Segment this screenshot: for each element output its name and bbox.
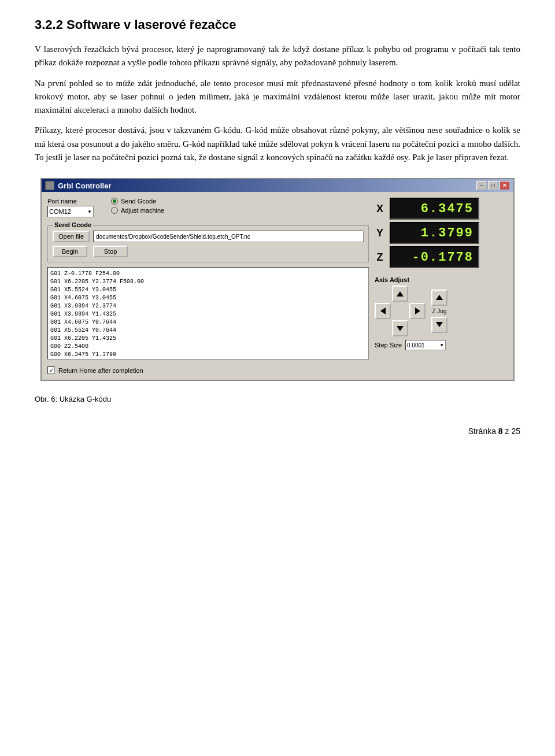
coord-z-display: -0.1778 [390, 246, 479, 268]
axis-adjust-area: Z Jog [375, 286, 508, 336]
gcode-line: G01 X6.2205 Y1.4325 [50, 335, 366, 343]
paragraph-3: Příkazy, které procesor dostává, jsou v … [35, 124, 520, 164]
radio-send-icon [111, 198, 118, 205]
arrow-left-icon [380, 307, 386, 314]
coord-x-value: 6.3475 [421, 202, 473, 216]
jog-pad [375, 286, 426, 336]
filepath-text: documentos/Dropbox/GcodeSender/Shield.to… [96, 234, 250, 240]
gcode-line: G01 X5.5524 Y3.0455 [50, 286, 366, 294]
coord-y-label: Y [375, 227, 385, 239]
gcode-line: G01 X5.5524 Y0.7644 [50, 327, 366, 335]
coord-z-label: Z [375, 251, 385, 264]
coord-y-row: Y 1.3799 [375, 222, 508, 244]
return-home-label: Return Home after completion [58, 367, 143, 374]
arrow-down-icon [397, 326, 404, 331]
jog-up-button[interactable] [392, 286, 408, 302]
paragraph-2: Na první pohled se to může zdát jednoduc… [35, 77, 520, 117]
radio-send-gcode[interactable]: Send Gcode [111, 198, 164, 205]
groupbox-label: Send Gcode [53, 221, 93, 228]
radio-adjust-icon [111, 207, 118, 214]
port-value: COM12 [49, 208, 71, 215]
begin-button[interactable]: Begin [53, 246, 87, 257]
radio-adjust-label: Adjust machine [121, 207, 164, 214]
jog-empty-tr [409, 286, 426, 302]
figure-caption: Obr. 6: Ukázka G-kódu [35, 395, 520, 403]
zjog-col: Z Jog [431, 290, 447, 333]
step-size-input[interactable]: 0.0001 ▼ [405, 340, 446, 350]
gcode-line: G01 X6.2205 Y2.3774 F508.00 [50, 278, 366, 286]
arrow-up-icon [397, 291, 404, 297]
arrow-right-icon [415, 307, 420, 314]
axis-adjust-label: Axis Adjust [375, 276, 508, 283]
coord-y-display: 1.3799 [390, 222, 479, 244]
gcode-line: G01 X3.9394 Y1.4325 [50, 310, 366, 318]
radio-adjust-machine[interactable]: Adjust machine [111, 207, 164, 214]
gcode-output: G01 Z-0.1778 F254.00 G01 X6.2205 Y2.3774… [47, 267, 369, 360]
coord-z-row: Z -0.1778 [375, 246, 508, 268]
jog-left-button[interactable] [375, 303, 391, 319]
port-select[interactable]: COM12 ▼ [47, 206, 94, 217]
open-file-button[interactable]: Open file [53, 231, 90, 242]
page-footer: Stránka 8 z 25 [35, 427, 520, 436]
stop-button[interactable]: Stop [93, 246, 128, 257]
section-heading: 3.2.2 Software v laserové řezačce [35, 17, 520, 32]
radio-send-label: Send Gcode [121, 198, 156, 205]
jog-empty-br [409, 320, 426, 336]
step-size-value: 0.0001 [407, 342, 425, 349]
gcode-line: G00 Z2.5400 [50, 343, 366, 351]
jog-empty-tl [375, 286, 391, 302]
port-label: Port name [47, 198, 94, 205]
grbl-titlebar: Grbl Controller ─ □ ✕ [42, 179, 513, 192]
gcode-line: G01 Z-0.1778 F254.00 [50, 359, 366, 360]
return-home-checkbox[interactable]: ✓ [47, 366, 55, 374]
coord-x-display: 6.3475 [390, 198, 479, 220]
minimize-button[interactable]: ─ [476, 181, 487, 190]
coord-x-label: X [375, 203, 385, 215]
coord-y-value: 1.3799 [421, 226, 473, 240]
jog-down-button[interactable] [392, 320, 408, 336]
gcode-line: G01 X4.6075 Y3.0455 [50, 294, 366, 302]
paragraph-1: V laserových řezačkách bývá procesor, kt… [35, 43, 520, 70]
gcode-line: G00 X6.3475 Y1.3799 [50, 351, 366, 359]
grbl-window-icon [45, 181, 54, 190]
return-home-row[interactable]: ✓ Return Home after completion [47, 366, 369, 374]
grbl-controller-window: Grbl Controller ─ □ ✕ Port name COM12 [40, 178, 515, 381]
zjog-down-icon [436, 322, 443, 327]
zjog-up-button[interactable] [431, 290, 447, 306]
step-size-label: Step Size [375, 342, 402, 349]
filepath-display: documentos/Dropbox/GcodeSender/Shield.to… [93, 231, 364, 242]
footer-text: Stránka 8 z 25 [468, 427, 520, 436]
step-size-arrow-icon: ▼ [439, 343, 444, 348]
restore-button[interactable]: □ [488, 181, 498, 190]
grbl-window-title: Grbl Controller [58, 181, 111, 190]
gcode-line: G01 Z-0.1778 F254.00 [50, 270, 366, 278]
send-gcode-groupbox: Send Gcode Open file documentos/Dropbox/… [47, 225, 369, 262]
step-size-row: Step Size 0.0001 ▼ [375, 340, 508, 350]
jog-empty-bl [375, 320, 391, 336]
jog-empty-center [392, 303, 408, 319]
page-suffix: z 25 [505, 427, 520, 436]
zjog-down-button[interactable] [431, 317, 447, 333]
close-button[interactable]: ✕ [500, 181, 510, 190]
zjog-label: Z Jog [432, 308, 446, 314]
select-arrow-icon: ▼ [87, 209, 92, 214]
gcode-line: G01 X4.6075 Y0.7644 [50, 318, 366, 327]
coord-z-value: -0.1778 [412, 250, 473, 265]
zjog-up-icon [436, 295, 443, 300]
jog-right-button[interactable] [409, 303, 426, 319]
gcode-line: G01 X3.9394 Y2.3774 [50, 302, 366, 310]
page-number: 8 [498, 427, 503, 436]
coord-x-row: X 6.3475 [375, 198, 508, 220]
